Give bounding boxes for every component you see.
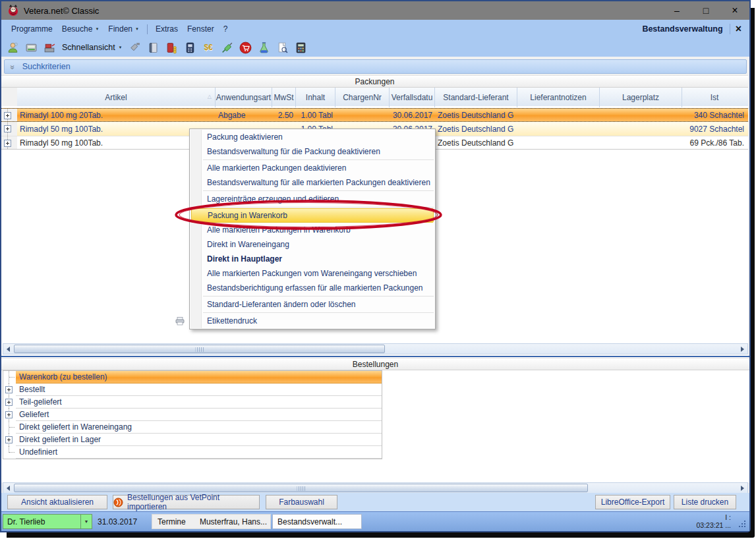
vetpoint-import-button[interactable]: Bestellungen aus VetPoint importieren	[113, 495, 260, 509]
menu-item-packung-in-warenkorb[interactable]: Packung in Warenkorb	[191, 208, 434, 223]
scroll-left-icon[interactable]	[3, 344, 13, 354]
vetpoint-icon	[113, 497, 123, 507]
list-item[interactable]: Direkt geliefert in Lager	[3, 434, 382, 446]
bestellungen-hscrollbar	[3, 482, 748, 494]
expand-plus-icon[interactable]	[5, 411, 13, 418]
chevron-down-icon: ▼	[135, 27, 139, 31]
expand-plus-icon[interactable]	[5, 386, 13, 393]
liste-drucken-button[interactable]: Liste drucken	[674, 495, 736, 509]
menu-item-vom-wareneingang-verschieben[interactable]: Alle markierten Packungen vom Wareneinga…	[190, 266, 435, 281]
status-clock: I : 03:23:21 ...	[696, 513, 731, 529]
close-button[interactable]: ×	[720, 1, 749, 20]
column-lagerplatz[interactable]: Lagerplatz	[600, 88, 682, 107]
column-artikel[interactable]: Artikel△	[17, 88, 216, 107]
menu-besuche[interactable]: Besuche▼	[57, 22, 104, 36]
scrollbar-thumb[interactable]	[14, 484, 588, 492]
menu-item-direkt-hauptlager[interactable]: Direkt in Hauptlager	[190, 252, 435, 266]
terminal-icon[interactable]	[184, 42, 196, 54]
vetera-logo-icon	[7, 4, 20, 17]
scroll-left-icon[interactable]	[3, 483, 13, 493]
menu-finden[interactable]: Finden▼	[103, 22, 144, 36]
content-area: » Suchkriterien Packungen Artikel△ Anwen…	[1, 57, 749, 493]
resize-grip[interactable]	[739, 521, 747, 528]
menu-help[interactable]: ?	[219, 22, 233, 36]
menu-programme[interactable]: Programme	[7, 22, 57, 36]
footer-bar: Ansicht aktualisieren Bestellungen aus V…	[1, 493, 749, 511]
list-item[interactable]: Bestellt	[3, 383, 382, 396]
cell-lieferant: Zoetis Deutschland G	[435, 109, 517, 121]
currency-icon[interactable]: $€	[202, 42, 215, 54]
user-select[interactable]: Dr. Tierlieb ▼	[3, 514, 92, 529]
scrollbar-thumb[interactable]	[14, 345, 385, 353]
menu-extras[interactable]: Extras	[151, 22, 183, 36]
expand-plus-icon[interactable]	[4, 125, 11, 132]
menu-item-bestandsverwaltung-alle-deaktivieren[interactable]: Bestandsverwaltung für alle markierten P…	[190, 175, 435, 190]
termine-panel[interactable]: Termine Musterfrau, Hans...	[152, 514, 271, 529]
suchkriterien-toggle[interactable]: » Suchkriterien	[4, 59, 747, 74]
menu-item-standard-lieferanten[interactable]: Standard-Lieferanten ändern oder löschen	[190, 297, 435, 312]
cell-artikel: Rimadyl 100 mg 20Tab.	[17, 109, 216, 121]
expand-plus-icon[interactable]	[5, 399, 13, 406]
app-window: Vetera.net© Classic – □ × Programme Besu…	[0, 0, 751, 532]
user-icon[interactable]	[7, 42, 19, 54]
ledger-coins-icon[interactable]	[165, 42, 178, 54]
splitter[interactable]	[1, 356, 749, 357]
toolbar: Schnellansicht ▼ $€	[1, 38, 749, 57]
column-lieferantnotizen[interactable]: Lieferantnotizen	[517, 88, 600, 107]
calculator-icon[interactable]	[295, 42, 307, 54]
column-anwendungsart[interactable]: Anwendungsart	[216, 88, 272, 107]
menu-item-packung-deaktivieren[interactable]: Packung deaktivieren	[190, 130, 435, 144]
menu-item-lagereintraege[interactable]: Lagereinträge erzeugen und editieren	[190, 192, 435, 206]
cell-anwendungsart: Abgabe	[216, 109, 272, 121]
menu-item-etikettendruck[interactable]: Etikettendruck	[190, 314, 435, 328]
expand-plus-icon[interactable]	[5, 436, 13, 443]
binder-icon[interactable]	[147, 42, 160, 54]
schnellansicht-button[interactable]: Schnellansicht ▼	[62, 43, 123, 52]
table-row[interactable]: Rimadyl 100 mg 20Tab. Abgabe 2.50 1.00 T…	[1, 108, 748, 122]
menu-fenster[interactable]: Fenster	[183, 22, 219, 36]
cell-notizen	[517, 136, 600, 149]
sprayer-icon[interactable]	[129, 42, 141, 54]
chevron-down-icon: ▼	[80, 515, 92, 528]
list-item[interactable]: Teil-geliefert	[3, 396, 382, 409]
list-item[interactable]: Geliefert	[3, 409, 382, 421]
lab-flask-icon[interactable]	[258, 42, 270, 54]
ansicht-aktualisieren-button[interactable]: Ansicht aktualisieren	[7, 495, 107, 509]
expand-plus-icon[interactable]	[4, 140, 11, 147]
column-mwst[interactable]: MwSt	[272, 88, 296, 107]
column-inhalt[interactable]: Inhalt	[296, 88, 335, 107]
list-item[interactable]: Direkt geliefert in Wareneingang	[3, 421, 382, 434]
menu-item-direkt-wareneingang[interactable]: Direkt in Wareneingang	[190, 237, 435, 252]
list-item[interactable]: Warenkorb (zu bestellen)	[3, 371, 382, 383]
bestandsverwaltung-task-button[interactable]: Bestandsverwalt...	[272, 514, 362, 529]
column-standard-lieferant[interactable]: Standard-Lieferant	[435, 88, 517, 107]
farbauswahl-button[interactable]: Farbauswahl	[266, 495, 337, 509]
column-ist[interactable]: Ist	[682, 88, 747, 107]
syringe-icon[interactable]	[221, 42, 233, 54]
minimize-button[interactable]: –	[662, 1, 691, 20]
column-verfallsdatum[interactable]: Verfallsdatu	[390, 88, 435, 107]
cart-icon[interactable]	[239, 42, 252, 54]
cell-artikel: Rimadyl 50 mg 100Tab.	[17, 136, 216, 149]
cell-mwst: 2.50	[272, 109, 296, 121]
maximize-button[interactable]: □	[691, 1, 720, 20]
column-chargennr[interactable]: ChargenNr	[335, 88, 390, 107]
cash-register-icon[interactable]	[44, 42, 56, 54]
list-item[interactable]: Undefiniert	[3, 446, 382, 459]
menu-item-bestandsberichtigung[interactable]: Bestandsberichtigung erfassen für alle m…	[190, 281, 435, 295]
expand-plus-icon[interactable]	[4, 112, 11, 119]
menu-item-alle-markierten-deaktivieren[interactable]: Alle markierten Packungen deaktivieren	[190, 161, 435, 175]
module-separator	[730, 24, 730, 34]
scroll-right-icon[interactable]	[738, 483, 747, 493]
print-archive-icon[interactable]	[25, 42, 38, 54]
scroll-right-icon[interactable]	[738, 344, 747, 354]
document-search-icon[interactable]	[276, 42, 289, 54]
menu-item-alle-in-warenkorb[interactable]: Alle markierten Packungen in Warenkorb	[190, 223, 435, 237]
menu-item-bestandsverwaltung-packung-deaktivieren[interactable]: Bestandsverwaltung für die Packung deakt…	[190, 144, 435, 159]
cell-lieferant: Zoetis Deutschland G	[435, 136, 517, 149]
cell-lagerplatz	[600, 109, 682, 121]
cell-chargennr	[335, 109, 390, 121]
context-menu: Packung deaktivieren Bestandsverwaltung …	[189, 128, 436, 329]
module-close-icon[interactable]: ×	[736, 24, 741, 34]
libreoffice-export-button[interactable]: LibreOffice-Export	[595, 495, 670, 509]
